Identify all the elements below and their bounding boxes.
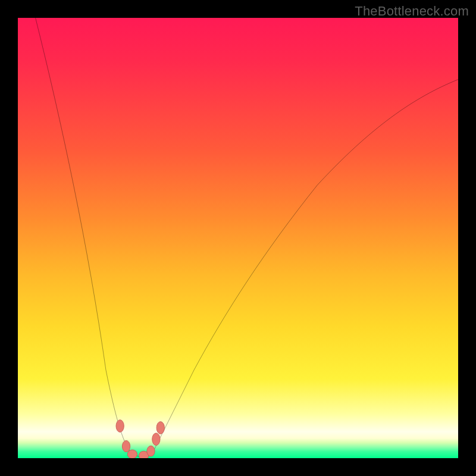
marker-dot — [156, 422, 164, 434]
marker-dot — [116, 420, 124, 433]
bottleneck-curve — [36, 18, 458, 457]
valley-markers — [116, 420, 164, 458]
marker-dot — [122, 440, 130, 452]
marker-dot — [152, 433, 160, 446]
plot-area — [18, 18, 458, 458]
marker-dot — [127, 450, 137, 458]
curve-layer — [18, 18, 458, 458]
marker-dot — [147, 446, 155, 456]
watermark-text: TheBottleneck.com — [355, 4, 469, 19]
chart-stage: TheBottleneck.com — [0, 0, 476, 476]
